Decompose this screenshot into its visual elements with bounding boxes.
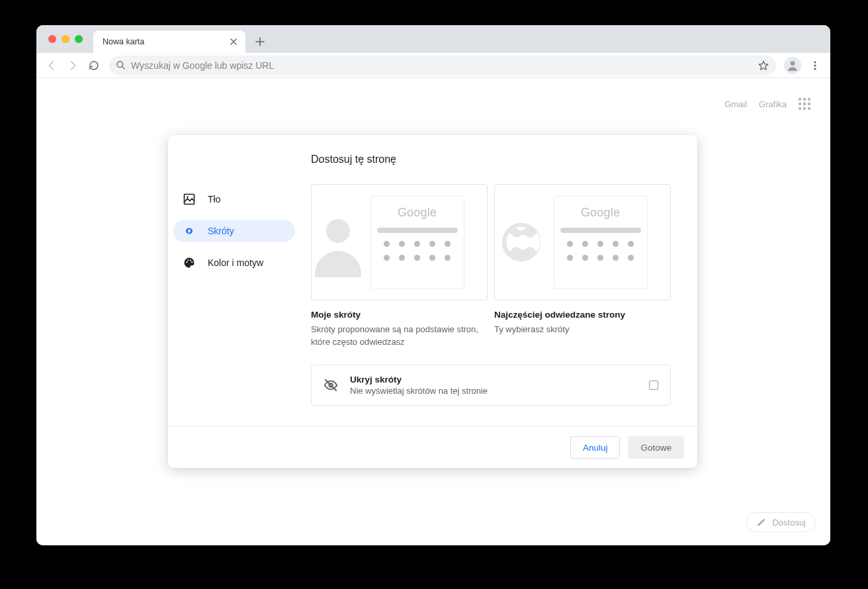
visibility-off-icon [324, 378, 338, 392]
nav-label: Tło [208, 194, 220, 204]
bookmark-star-icon[interactable] [758, 60, 769, 71]
dialog-backdrop: Tło Skróty Kolor i motyw [36, 78, 830, 545]
done-label: Gotowe [640, 443, 672, 453]
customize-dialog: Tło Skróty Kolor i motyw [168, 135, 697, 468]
reload-button[interactable] [84, 56, 104, 75]
done-button[interactable]: Gotowe [628, 436, 684, 459]
cancel-label: Anuluj [583, 443, 608, 453]
profile-button[interactable] [784, 57, 801, 74]
dialog-main: Dostosuj tę stronę Google [300, 135, 697, 426]
dialog-title: Dostosuj tę stronę [311, 154, 671, 165]
hide-shortcuts-row: Ukryj skróty Nie wyświetlaj skrótów na t… [311, 365, 671, 406]
palette-icon [183, 256, 196, 269]
svg-point-6 [187, 196, 189, 198]
mini-preview: Google [554, 196, 648, 289]
toolbar: Wyszukaj w Google lub wpisz URL [36, 53, 830, 78]
browser-window: Nowa karta Wyszukaj w Google lub wpisz U… [36, 25, 830, 545]
svg-point-8 [187, 259, 189, 261]
close-tab-button[interactable] [228, 36, 239, 47]
hide-desc: Nie wyświetlaj skrótów na tej stronie [350, 386, 637, 396]
nav-item-background[interactable]: Tło [173, 188, 295, 210]
option-my-shortcuts: Google Moje skróty Skróty proponowane są… [311, 184, 488, 349]
option-my-shortcuts-thumb[interactable]: Google [311, 184, 488, 300]
search-icon [116, 60, 126, 70]
option-most-visited-thumb[interactable]: Google [494, 184, 671, 300]
google-logo: Google [581, 206, 620, 220]
mini-preview: Google [370, 196, 464, 289]
svg-point-4 [814, 68, 816, 69]
nav-label: Skróty [208, 226, 234, 236]
svg-point-7 [186, 261, 187, 263]
dialog-sidebar: Tło Skróty Kolor i motyw [168, 135, 300, 426]
maximize-window-button[interactable] [75, 35, 83, 43]
dialog-footer: Anuluj Gotowe [168, 426, 697, 468]
globe-icon [498, 219, 544, 265]
person-icon [315, 219, 361, 265]
google-logo: Google [398, 206, 437, 220]
cancel-button[interactable]: Anuluj [570, 436, 621, 459]
minimize-window-button[interactable] [62, 35, 69, 43]
nav-item-theme[interactable]: Kolor i motyw [173, 251, 295, 274]
tabstrip: Nowa karta [36, 25, 830, 53]
ntp-content: Gmail Grafika Dostosuj [36, 78, 830, 545]
option-title: Najczęściej odwiedzane strony [494, 310, 671, 320]
image-icon [183, 193, 196, 206]
svg-point-10 [191, 261, 193, 263]
option-desc: Ty wybierasz skróty [494, 324, 671, 336]
svg-point-1 [791, 61, 795, 66]
svg-point-9 [190, 259, 191, 261]
address-bar-placeholder: Wyszukaj w Google lub wpisz URL [131, 60, 752, 71]
option-desc: Skróty proponowane są na podstawie stron… [311, 324, 488, 349]
window-controls [42, 25, 89, 53]
close-window-button[interactable] [48, 35, 56, 43]
back-button[interactable] [42, 56, 62, 75]
hide-shortcuts-checkbox[interactable] [649, 381, 658, 390]
svg-point-2 [814, 61, 816, 63]
tab-new-tab[interactable]: Nowa karta [93, 30, 245, 53]
forward-button[interactable] [63, 56, 83, 75]
nav-label: Kolor i motyw [208, 257, 263, 268]
tab-title: Nowa karta [103, 37, 144, 46]
hide-title: Ukryj skróty [350, 375, 637, 385]
new-tab-button[interactable] [251, 32, 269, 51]
svg-point-3 [814, 64, 816, 66]
address-bar[interactable]: Wyszukaj w Google lub wpisz URL [109, 56, 776, 75]
link-icon [183, 224, 196, 238]
chrome-menu-button[interactable] [805, 56, 825, 75]
option-title: Moje skróty [311, 310, 488, 320]
option-most-visited: Google Najczęściej odwiedzane strony Ty … [494, 184, 671, 349]
nav-item-shortcuts[interactable]: Skróty [173, 220, 295, 242]
